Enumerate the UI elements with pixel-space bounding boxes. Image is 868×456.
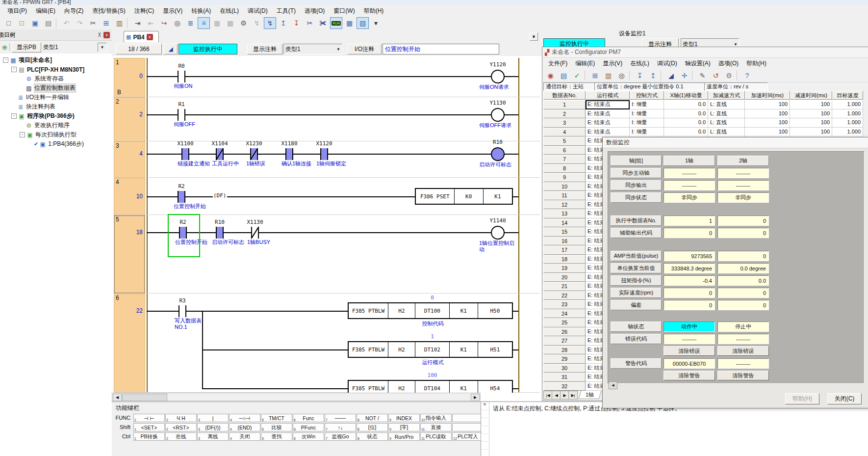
pm7-row-number[interactable]: 25	[543, 318, 586, 327]
function-key-ctrl-9[interactable]: Run/Pro9	[388, 432, 420, 441]
pm7-help-icon[interactable]: ?	[741, 70, 753, 81]
ladder-canvas[interactable]: 10BR0伺服ONY1120伺服ON请求22R1伺服OFFY1130伺服OFF请…	[112, 56, 542, 393]
function-key-shift-5[interactable]: 比较5	[261, 423, 292, 431]
tree-item-4[interactable]: ≣I/O注释一并编辑	[0, 93, 112, 102]
pm7-row-number[interactable]: 24	[543, 309, 586, 319]
main-menu-10[interactable]: 选项(O)	[300, 5, 329, 17]
pb-cut-icon[interactable]: ✂	[304, 17, 316, 29]
pm7-column-header-0[interactable]: 数据表No.	[543, 91, 586, 100]
clear-button-2[interactable]: 清除警告	[717, 371, 769, 380]
insert-row-icon[interactable]: ⇥	[131, 17, 144, 29]
function-key-shift-3[interactable]: (DF(/))3	[197, 423, 229, 431]
jump-icon[interactable]: ↪	[158, 17, 170, 29]
pm7-row-number[interactable]: 23	[543, 300, 586, 309]
tree-item-6[interactable]: -▣程序块(PB-366步)	[0, 111, 112, 121]
pm7-titlebar[interactable]: ▞ 未命名 - Configurator PM7	[542, 47, 868, 58]
pm7-menu-0[interactable]: 文件(F)	[544, 58, 571, 69]
grid-run-icon[interactable]: ▩	[224, 17, 236, 29]
comment-display-icon[interactable]: ≡	[198, 17, 210, 29]
pm7-row-number[interactable]: 31	[543, 373, 586, 382]
pm7-column-header-6[interactable]: 减速时间(ms)	[790, 91, 832, 100]
undo-icon[interactable]: ↶	[60, 17, 73, 29]
main-menu-4[interactable]: 注释(C)	[130, 5, 159, 17]
paste-icon[interactable]: ▥	[113, 17, 126, 29]
function-key-shift-1[interactable]: <SET>1	[133, 423, 165, 431]
function-key-func-4[interactable]: ─○⊣4	[229, 414, 260, 422]
pm7-axis-icon[interactable]: ✛	[678, 70, 690, 81]
grid-edit-icon[interactable]: ▦	[211, 17, 223, 29]
pm7-cell-dec[interactable]: 100	[790, 100, 832, 109]
redo-icon[interactable]: ↷	[74, 17, 86, 29]
pm7-verify-icon[interactable]: ▤	[558, 70, 570, 81]
dialog-close-button[interactable]: 关闭(C)	[827, 393, 862, 404]
status-table-icon[interactable]: ▦	[343, 17, 356, 29]
pm7-cell-mode[interactable]: E: 结束点	[586, 128, 630, 137]
tree-expand-icon[interactable]: -	[3, 57, 8, 63]
rung-margin-6[interactable]: 622	[114, 294, 145, 393]
pm7-column-header-1[interactable]: 运行模式	[586, 91, 630, 100]
tree-item-7[interactable]: ⚙更改执行顺序	[0, 121, 112, 130]
pm7-find-icon[interactable]: ◎	[615, 70, 628, 81]
pm7-cell-move[interactable]: 0.0	[664, 118, 708, 128]
pm7-row-number[interactable]: 10	[543, 182, 586, 191]
main-menu-1[interactable]: 编辑(E)	[31, 5, 60, 17]
tree-expand-icon[interactable]: -	[11, 113, 17, 119]
contact-address[interactable]: R3	[162, 297, 203, 304]
pm7-row-number[interactable]: 18	[543, 255, 586, 264]
main-menu-12[interactable]: 帮助(H)	[359, 5, 388, 17]
clear-button-2[interactable]: 清除错误	[717, 346, 769, 356]
pm7-row-number[interactable]: 32	[543, 382, 586, 391]
pm7-cell-ctrl[interactable]: I: 增量	[630, 128, 664, 137]
pm7-axis-tab[interactable]: 1轴	[578, 391, 602, 399]
tree-item-3[interactable]: ▨位置控制数据表	[0, 83, 112, 93]
new-icon[interactable]: □	[2, 17, 15, 29]
pm7-transfer-icon[interactable]: ↺	[710, 70, 722, 81]
pm7-row-number[interactable]: 8	[543, 164, 586, 173]
function-key-shift-4[interactable]: (END)4	[229, 423, 260, 431]
cut-icon[interactable]: ✂	[87, 17, 99, 29]
pm7-paste-icon[interactable]: ▥	[602, 70, 614, 81]
ladder-monitor-icon[interactable]: ◢	[164, 44, 178, 54]
upload-icon[interactable]: ↥	[277, 17, 289, 29]
pm7-menu-6[interactable]: 选项(O)	[715, 58, 742, 69]
pm7-cell-acc[interactable]: 100	[745, 109, 790, 119]
pm7-row-number[interactable]: 16	[543, 237, 586, 246]
pm7-download-icon[interactable]: ↧	[634, 70, 646, 81]
pm7-cell-speed[interactable]: 1.000	[832, 100, 863, 109]
pm7-row-number[interactable]: 9	[543, 173, 586, 182]
scroll-right-icon[interactable]: ▶	[471, 394, 480, 401]
pm7-column-header-5[interactable]: 加速时间(ms)	[745, 91, 790, 100]
function-key-func-3[interactable]: |3	[197, 414, 229, 422]
scroll-thumb[interactable]	[122, 394, 167, 401]
tab-list-dropdown-icon[interactable]: ▼	[530, 32, 538, 41]
main-menu-3[interactable]: 查找/替换(S)	[88, 5, 129, 17]
pm7-cell-speed[interactable]: 1.000	[832, 109, 863, 119]
pm7-row-number[interactable]: 12	[543, 200, 586, 210]
close-icon[interactable]: x	[103, 32, 110, 38]
main-menu-6[interactable]: 转换(A)	[187, 5, 215, 17]
function-key-ctrl-10[interactable]: PLC读取11	[420, 432, 452, 441]
function-key-ctrl-8[interactable]: 状态8	[357, 432, 388, 441]
function-key-shift-9[interactable]: [字]9	[388, 423, 420, 431]
coil-Y1120[interactable]	[491, 70, 505, 83]
pm7-cell-mode[interactable]: E: 结束点	[586, 118, 630, 128]
convert-icon[interactable]: ⚙	[237, 17, 250, 29]
pm7-row-number[interactable]: 1	[543, 100, 586, 109]
instruction-box-6-2[interactable]: F385 PTBLWH2DT104K1H54	[348, 380, 513, 393]
pm7-cell-move[interactable]: 0.0	[664, 128, 708, 137]
function-key-shift-11[interactable]	[452, 423, 484, 431]
function-key-func-11[interactable]	[452, 414, 484, 422]
print-icon[interactable]: ▤	[42, 17, 54, 29]
function-key-ctrl-1[interactable]: PB转换1	[133, 432, 165, 441]
pm7-cell-curve[interactable]: L: 直线	[708, 100, 745, 109]
coil-R10[interactable]	[491, 147, 505, 161]
pm7-cell-dec[interactable]: 100	[790, 109, 832, 119]
pm7-copy-icon[interactable]: ⊞	[589, 70, 601, 81]
main-menu-9[interactable]: 工具(T)	[272, 5, 300, 17]
function-key-shift-6[interactable]: PFunc6	[293, 423, 324, 431]
instruction-box-6-1[interactable]: F385 PTBLWH2DT102K1H51	[348, 341, 513, 358]
pm7-row-number[interactable]: 19	[543, 264, 586, 273]
io-comment-icon[interactable]: ≣	[184, 17, 197, 29]
function-key-shift-2[interactable]: <RST>2	[165, 423, 197, 431]
pm7-cell-ctrl[interactable]: I: 增量	[630, 100, 664, 109]
